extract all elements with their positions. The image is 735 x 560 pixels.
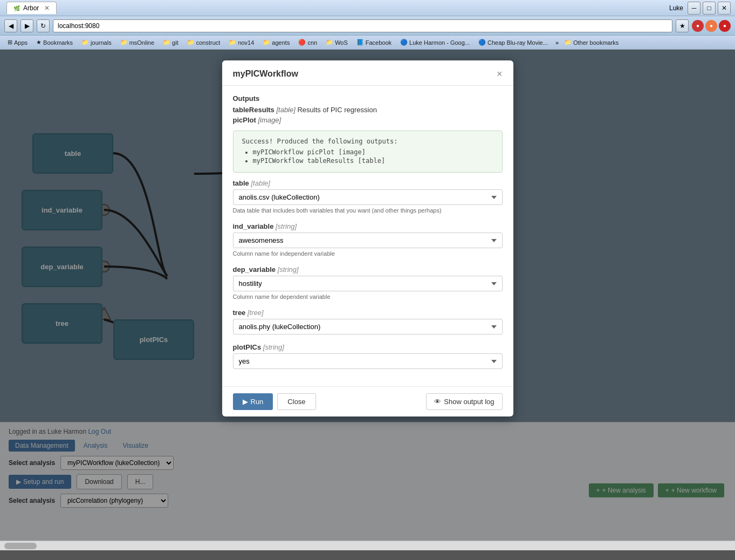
horizontal-scrollbar[interactable]	[0, 541, 735, 550]
bookmarks-bar: ⊞ Apps ★ Bookmarks 📁 journals 📁 msOnline…	[0, 36, 735, 50]
modal-dialog: myPICWorkflow × Outputs tableResults [ta…	[222, 60, 513, 416]
bookmark-luke[interactable]: 🔵 Luke Harmon - Goog...	[397, 38, 473, 47]
reload-button[interactable]: ↻	[37, 19, 50, 32]
field-group-table: table [table] anolis.csv (lukeCollection…	[233, 179, 503, 214]
field-group-ind-variable: ind_variable [string] awesomeness Column…	[233, 222, 503, 257]
modal-footer: ▶ Run Close 👁 Show output log	[222, 386, 513, 416]
modal-title: myPICWorkflow	[233, 69, 299, 79]
apps-icon: ⊞	[8, 39, 12, 46]
output-item-1: tableResults [table] Results of PIC regr…	[233, 106, 503, 114]
bookmark-agents[interactable]: 📁 agents	[259, 38, 293, 47]
field-select-tree[interactable]: anolis.phy (lukeCollection)	[233, 319, 503, 334]
tab-close-button[interactable]: ✕	[44, 4, 50, 12]
field-select-dep-variable[interactable]: hostility	[233, 276, 503, 291]
output-item-2: picPlot [image]	[233, 116, 503, 124]
scrollbar-thumb	[4, 543, 37, 549]
field-label-plotpics: plotPICs [string]	[233, 343, 503, 351]
bookmark-journals[interactable]: 📁 journals	[78, 38, 115, 47]
bookmark-cnn[interactable]: 🔴 cnn	[295, 38, 320, 47]
success-output-box: Success! Produced the following outputs:…	[233, 131, 503, 173]
tab-title: Arbor	[23, 4, 39, 12]
output2-type: [image]	[258, 116, 281, 124]
field-label-table: table [table]	[233, 179, 503, 187]
field-label-tree: tree [tree]	[233, 309, 503, 317]
bookmark-facebook[interactable]: 📘 Facebook	[353, 38, 395, 47]
forward-button[interactable]: ▶	[20, 19, 33, 32]
run-play-icon: ▶	[243, 398, 248, 406]
modal-close-button[interactable]: ×	[497, 69, 503, 79]
address-bar[interactable]	[53, 19, 672, 32]
user-label: Luke	[669, 4, 688, 12]
field-select-ind-variable[interactable]: awesomeness	[233, 233, 503, 248]
close-window-button[interactable]: ✕	[718, 2, 731, 15]
footer-left-buttons: ▶ Run Close	[233, 393, 316, 410]
bookmark-other[interactable]: 📁 Other bookmarks	[561, 38, 622, 47]
bookmark-bookmarks[interactable]: ★ Bookmarks	[33, 38, 76, 47]
output1-desc: Results of PIC regression	[297, 106, 376, 114]
modal-overlay: myPICWorkflow × Outputs tableResults [ta…	[0, 50, 735, 541]
bookmark-nov14[interactable]: 📁 nov14	[225, 38, 257, 47]
field-group-tree: tree [tree] anolis.phy (lukeCollection)	[233, 309, 503, 334]
run-label: Run	[251, 398, 264, 406]
maximize-button[interactable]: □	[703, 2, 716, 15]
browser-titlebar: 🌿 Arbor ✕ Luke ─ □ ✕	[0, 0, 735, 16]
field-group-dep-variable: dep_variable [string] hostility Column n…	[233, 265, 503, 300]
bookmark-button[interactable]: ★	[676, 19, 689, 32]
ext-icon-1: ●	[692, 20, 704, 32]
field-select-table[interactable]: anolis.csv (lukeCollection)	[233, 189, 503, 205]
close-button[interactable]: Close	[277, 393, 315, 410]
main-area: table ind_variable dep_variable tree plo…	[0, 50, 735, 541]
bookmark-msonline[interactable]: 📁 msOnline	[117, 38, 157, 47]
bookmark-bluray[interactable]: 🔵 Cheap Blu-ray Movie...	[475, 38, 551, 47]
bookmark-apps[interactable]: ⊞ Apps	[4, 38, 31, 47]
run-button[interactable]: ▶ Run	[233, 393, 273, 410]
window-controls: ─ □ ✕	[688, 2, 731, 15]
back-button[interactable]: ◀	[4, 19, 17, 32]
output1-name: tableResults	[233, 106, 274, 114]
show-output-log-button[interactable]: 👁 Show output log	[426, 393, 502, 410]
eye-icon: 👁	[434, 398, 441, 406]
bookmark-wos[interactable]: 📁 WoS	[322, 38, 351, 47]
browser-controls: ◀ ▶ ↻ ★ ● ● ●	[0, 16, 735, 36]
ext-icon-2: ●	[705, 20, 717, 32]
field-label-ind-variable: ind_variable [string]	[233, 222, 503, 230]
success-item-1: myPICWorkflow picPlot [image]	[253, 148, 493, 156]
outputs-section-title: Outputs	[233, 94, 503, 103]
bookmarks-more[interactable]: »	[555, 39, 559, 46]
field-hint-dep-variable: Column name for dependent variable	[233, 293, 503, 300]
extension-icons: ● ● ●	[692, 20, 731, 32]
modal-body: Outputs tableResults [table] Results of …	[222, 86, 513, 386]
bookmark-construct[interactable]: 📁 construct	[184, 38, 224, 47]
modal-header: myPICWorkflow ×	[222, 60, 513, 86]
success-item-2: myPICWorkflow tableResults [table]	[253, 157, 493, 165]
field-hint-ind-variable: Column name for independent variable	[233, 250, 503, 257]
minimize-button[interactable]: ─	[688, 2, 700, 15]
field-select-plotpics[interactable]: yes	[233, 353, 503, 369]
output2-name: picPlot	[233, 116, 256, 124]
success-items-list: myPICWorkflow picPlot [image] myPICWorkf…	[242, 148, 493, 165]
field-label-dep-variable: dep_variable [string]	[233, 265, 503, 274]
field-group-plotpics: plotPICs [string] yes	[233, 343, 503, 369]
bookmark-git[interactable]: 📁 git	[160, 38, 182, 47]
browser-tab[interactable]: 🌿 Arbor ✕	[6, 2, 57, 14]
output1-type: [table]	[276, 106, 295, 114]
ext-icon-3: ●	[719, 20, 731, 32]
tab-favicon: 🌿	[13, 5, 20, 11]
field-hint-table: Data table that includes both variables …	[233, 207, 503, 214]
success-message: Success! Produced the following outputs:	[242, 138, 493, 145]
